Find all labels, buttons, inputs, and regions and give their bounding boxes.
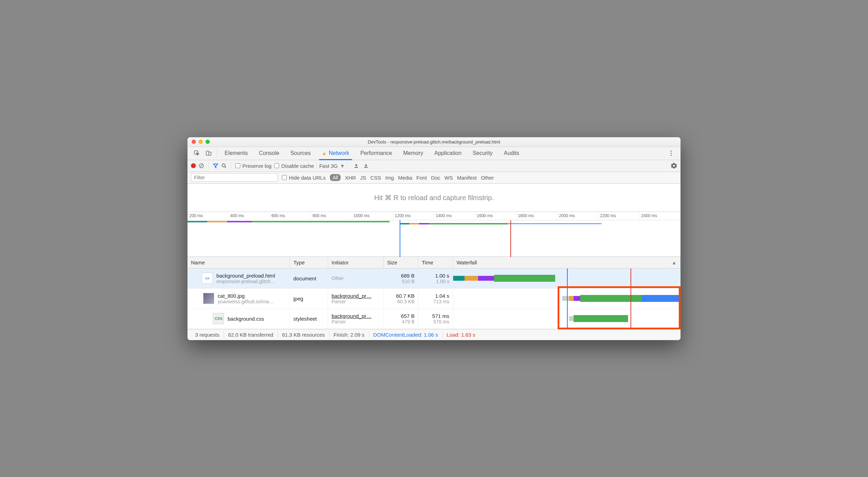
request-initiator-type: Parser [332, 299, 380, 304]
column-name[interactable]: Name [187, 257, 290, 268]
request-time: 571 ms [432, 313, 449, 319]
request-initiator[interactable]: background_pr… [332, 293, 380, 299]
status-bar: 3 requests 62.0 KB transferred 61.3 KB r… [187, 329, 681, 340]
status-requests: 3 requests [191, 332, 224, 338]
tab-memory[interactable]: Memory [398, 147, 429, 160]
request-domain: responsive-preload.glitch… [216, 279, 275, 284]
column-waterfall[interactable]: Waterfall▲ [453, 257, 681, 268]
column-type[interactable]: Type [290, 257, 328, 268]
tab-audits[interactable]: Audits [498, 147, 525, 160]
filter-all[interactable]: All [330, 174, 341, 181]
request-type: document [293, 275, 324, 281]
column-time[interactable]: Time [418, 257, 453, 268]
preserve-log-checkbox[interactable]: Preserve log [235, 163, 272, 169]
window-controls [187, 140, 210, 144]
svg-point-5 [670, 155, 671, 156]
filmstrip-placeholder: Hit ⌘ R to reload and capture filmstrip. [187, 184, 681, 212]
filter-bar: Hide data URLs All XHR JS CSS Img Media … [187, 172, 681, 184]
hide-data-urls-checkbox[interactable]: Hide data URLs [282, 175, 326, 181]
filter-font[interactable]: Font [416, 175, 427, 181]
inspect-element-icon[interactable] [191, 147, 203, 160]
upload-har-icon[interactable] [354, 163, 359, 168]
clear-icon[interactable] [199, 163, 204, 168]
request-size: 60.7 KB [396, 293, 415, 299]
ruler-tick: 1200 ms [393, 212, 434, 220]
timeline-overview[interactable]: 200 ms 400 ms 600 ms 800 ms 1000 ms 1200… [187, 212, 681, 257]
filter-icon[interactable] [213, 163, 218, 168]
search-icon[interactable] [221, 163, 227, 168]
tab-network-label: Network [329, 150, 349, 156]
request-row[interactable]: IMG cat_800.jpg yoavweiss.github.io/ima…… [187, 289, 681, 309]
device-toolbar-icon[interactable] [203, 147, 215, 160]
filter-other[interactable]: Other [481, 175, 494, 181]
ruler-tick: 600 ms [270, 212, 311, 220]
tab-console[interactable]: Console [253, 147, 285, 160]
download-har-icon[interactable] [364, 163, 368, 168]
request-size: 657 B [401, 313, 415, 319]
filter-ws[interactable]: WS [444, 175, 453, 181]
filter-img[interactable]: Img [385, 175, 394, 181]
requests-table-body: <> background_preload.html responsive-pr… [187, 269, 681, 329]
more-menu-icon[interactable] [665, 147, 677, 160]
filter-js[interactable]: JS [360, 175, 366, 181]
tab-performance[interactable]: Performance [355, 147, 398, 160]
html-file-icon: <> [202, 273, 213, 284]
request-size-uncompressed: 60.3 KB [397, 299, 415, 304]
svg-point-4 [670, 153, 671, 154]
filter-doc[interactable]: Doc [431, 175, 440, 181]
timeline-body [187, 220, 681, 257]
filter-xhr[interactable]: XHR [345, 175, 356, 181]
filter-manifest[interactable]: Manifest [457, 175, 477, 181]
request-initiator-type: Parser [332, 319, 380, 324]
status-domcontentloaded: DOMContentLoaded: 1.06 s [369, 332, 442, 338]
minimize-icon[interactable] [199, 140, 203, 144]
chevron-down-icon: ▼ [340, 163, 345, 169]
tab-network[interactable]: ▲Network [316, 147, 355, 160]
request-row[interactable]: CSS background.css stylesheet background… [187, 309, 681, 329]
svg-line-7 [200, 164, 203, 167]
request-latency: 570 ms [433, 319, 449, 324]
request-domain: yoavweiss.github.io/ima… [218, 299, 274, 304]
ruler-tick: 2000 ms [557, 212, 598, 220]
tab-sources[interactable]: Sources [285, 147, 316, 160]
record-button[interactable] [191, 163, 196, 168]
request-initiator[interactable]: background_pr… [332, 313, 380, 319]
ruler-tick: 2200 ms [598, 212, 639, 220]
ruler-tick: 1400 ms [434, 212, 475, 220]
filter-css[interactable]: CSS [370, 175, 381, 181]
css-file-icon: CSS [213, 313, 224, 324]
tab-application[interactable]: Application [429, 147, 467, 160]
tab-security[interactable]: Security [467, 147, 498, 160]
titlebar: DevTools - responsive-preload.glitch.me/… [187, 137, 681, 147]
request-time: 1.00 s [435, 273, 449, 279]
column-waterfall-label: Waterfall [457, 260, 477, 265]
ruler-tick: 200 ms [187, 212, 228, 220]
request-row[interactable]: <> background_preload.html responsive-pr… [187, 269, 681, 289]
throttle-value: Fast 3G [319, 163, 337, 169]
svg-line-9 [225, 167, 226, 168]
request-initiator: Other [332, 275, 380, 281]
request-name: background_preload.html [216, 273, 275, 279]
svg-rect-11 [364, 167, 368, 168]
close-icon[interactable] [192, 140, 196, 144]
requests-table-header: Name Type Initiator Size Time Waterfall▲ [187, 257, 681, 269]
network-toolbar: Preserve log Disable cache Fast 3G ▼ [187, 160, 681, 172]
throttle-select[interactable]: Fast 3G ▼ [317, 162, 347, 170]
image-file-icon: IMG [203, 293, 214, 304]
maximize-icon[interactable] [206, 140, 210, 144]
status-load: Load: 1.63 s [443, 332, 480, 338]
settings-icon[interactable] [671, 163, 677, 169]
ruler-tick: 2400 ms [640, 212, 681, 220]
request-name: background.css [227, 316, 264, 322]
request-type: jpeg [293, 296, 324, 302]
column-initiator[interactable]: Initiator [328, 257, 384, 268]
filter-media[interactable]: Media [398, 175, 412, 181]
warning-icon: ▲ [322, 150, 327, 156]
filter-input[interactable] [191, 173, 278, 182]
svg-rect-10 [354, 167, 358, 168]
disable-cache-checkbox[interactable]: Disable cache [274, 163, 314, 169]
tab-elements[interactable]: Elements [219, 147, 253, 160]
status-finish: Finish: 2.09 s [329, 332, 369, 338]
request-size-uncompressed: 479 B [402, 319, 415, 324]
column-size[interactable]: Size [384, 257, 418, 268]
